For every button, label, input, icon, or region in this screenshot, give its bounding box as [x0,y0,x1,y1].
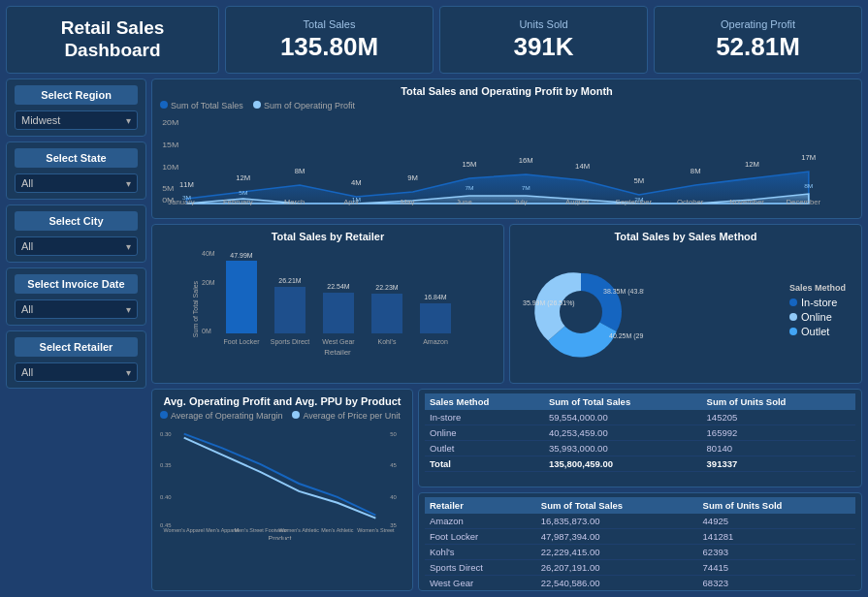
svg-text:Men's Athletic: Men's Athletic [321,527,354,533]
monthly-chart-card: Total Sales and Operating Profit by Mont… [151,79,862,219]
filter-region-select[interactable]: Midwest ▾ [15,110,138,130]
col-units-sold: Sum of Units Sold [702,393,855,410]
svg-text:26.21M: 26.21M [278,277,302,284]
filter-retailer-title: Select Retailer [15,337,138,357]
legend-margin: Average of Operating Margin [160,411,282,421]
svg-text:40: 40 [390,494,397,500]
charts-row3: Avg. Operating Profit and Avg. PPU by Pr… [151,389,862,591]
svg-text:11M: 11M [179,180,194,189]
svg-text:22.23M: 22.23M [375,284,399,291]
svg-text:7M: 7M [465,184,473,191]
filter-invoice-date-select[interactable]: All ▾ [15,299,138,319]
filter-city-value: All [21,240,33,252]
svg-text:9M: 9M [407,173,418,182]
svg-text:October: October [677,198,704,205]
svg-text:7M: 7M [522,184,530,191]
metric-operating-profit-value: 52.81M [716,32,800,62]
chevron-down-icon: ▾ [126,241,131,252]
svg-text:16M: 16M [519,156,533,165]
svg-text:Kohl's: Kohl's [378,338,397,345]
svg-text:Women's Street: Women's Street [357,527,395,533]
svg-text:8M: 8M [295,167,305,175]
chevron-down-icon: ▾ [126,304,131,315]
legend-outlet: Outlet [789,326,846,337]
chevron-down-icon: ▾ [126,115,131,126]
svg-text:50: 50 [390,431,397,437]
right-content: Total Sales and Operating Profit by Mont… [151,79,862,591]
svg-text:February: February [223,198,253,205]
table-row: In-store59,554,000.00145205 [425,410,855,425]
svg-text:4M: 4M [351,178,362,187]
svg-text:0M: 0M [202,328,211,334]
col-total-sales-r: Sum of Total Sales [536,497,698,514]
legend-instore: In-store [789,297,846,308]
svg-text:15M: 15M [162,140,178,149]
svg-text:45: 45 [390,462,397,468]
svg-text:West Gear: West Gear [322,338,355,345]
filter-city-select[interactable]: All ▾ [15,236,138,256]
svg-text:20M: 20M [162,117,178,127]
avg-profit-chart-title: Avg. Operating Profit and Avg. PPU by Pr… [160,395,404,407]
svg-text:June: June [456,198,472,205]
svg-text:0.35: 0.35 [160,462,172,468]
legend-online-label: Online [801,311,832,323]
total-row: Total135,800,459.00391337 [425,591,855,592]
svg-text:16.84M: 16.84M [424,294,447,300]
svg-text:38.35M (43.85%): 38.35M (43.85%) [603,288,644,296]
legend-operating-profit: Sum of Operating Profit [253,101,355,110]
charts-row2: Total Sales by Retailer 40M 20M 0M 47.99… [151,224,862,384]
svg-point-57 [560,291,602,333]
dashboard: Retail Sales Dashboard Total Sales 135.8… [0,0,868,597]
svg-text:10M: 10M [162,162,178,172]
col-sales-method: Sales Method [425,393,544,410]
svg-rect-40 [226,261,257,333]
svg-rect-41 [274,287,305,333]
legend-instore-label: In-store [801,297,837,308]
filter-invoice-date-value: All [21,303,33,315]
filter-state-select[interactable]: All ▾ [15,173,138,193]
svg-text:Amazon: Amazon [423,338,448,345]
svg-text:August: August [565,198,589,205]
metric-total-sales: Total Sales 135.80M [225,6,434,74]
svg-text:Retailer: Retailer [324,348,351,357]
metric-total-sales-label: Total Sales [304,18,356,30]
dashboard-title: Retail Sales Dashboard [20,17,205,62]
col-units-sold-r: Sum of Units Sold [698,497,855,514]
svg-text:2M: 2M [634,196,643,203]
svg-text:15M: 15M [463,160,477,169]
filter-invoice-date[interactable]: Select Invoice Date All ▾ [6,267,146,326]
filter-region[interactable]: Select Region Midwest ▾ [6,79,146,137]
metric-operating-profit-label: Operating Profit [721,18,795,30]
svg-rect-42 [323,293,354,333]
filter-city[interactable]: Select City All ▾ [6,204,146,263]
svg-text:Sports Direct: Sports Direct [271,338,310,346]
main-content: Select Region Midwest ▾ Select State All… [6,79,862,591]
svg-text:40.25M (29.64%): 40.25M (29.64%) [609,332,644,340]
filter-city-title: Select City [15,211,138,231]
svg-text:5M: 5M [634,176,645,185]
retailer-table: Retailer Sum of Total Sales Sum of Units… [425,497,855,591]
svg-text:14M: 14M [575,162,590,171]
filter-retailer[interactable]: Select Retailer All ▾ [6,330,146,389]
svg-text:3M: 3M [182,194,191,201]
sales-method-chart-card: Total Sales by Sales Method [509,224,862,384]
svg-text:8M: 8M [804,182,813,189]
filter-retailer-select[interactable]: All ▾ [15,362,138,382]
legend-total-sales: Sum of Total Sales [160,101,243,110]
svg-text:8M: 8M [691,167,701,175]
metric-total-sales-value: 135.80M [280,32,378,62]
svg-rect-43 [371,294,402,333]
donut-chart-svg: 38.35M (43.85%) 40.25M (29.64%) 35.99M (… [518,259,644,365]
legend-outlet-label: Outlet [801,326,829,337]
total-row: Total135,800,459.00391337 [425,456,855,472]
filter-state[interactable]: Select State All ▾ [6,141,146,200]
svg-text:47.99M: 47.99M [230,252,253,259]
svg-text:Foot Locker: Foot Locker [224,338,261,345]
metric-units-sold-label: Units Sold [519,18,567,30]
svg-text:5M: 5M [162,183,174,193]
legend-ppu: Average of Price per Unit [292,411,400,421]
table-panel: Sales Method Sum of Total Sales Sum of U… [418,389,862,591]
avg-profit-chart-card: Avg. Operating Profit and Avg. PPU by Pr… [151,389,413,591]
filter-state-value: All [21,177,33,189]
filter-state-title: Select State [15,148,138,168]
